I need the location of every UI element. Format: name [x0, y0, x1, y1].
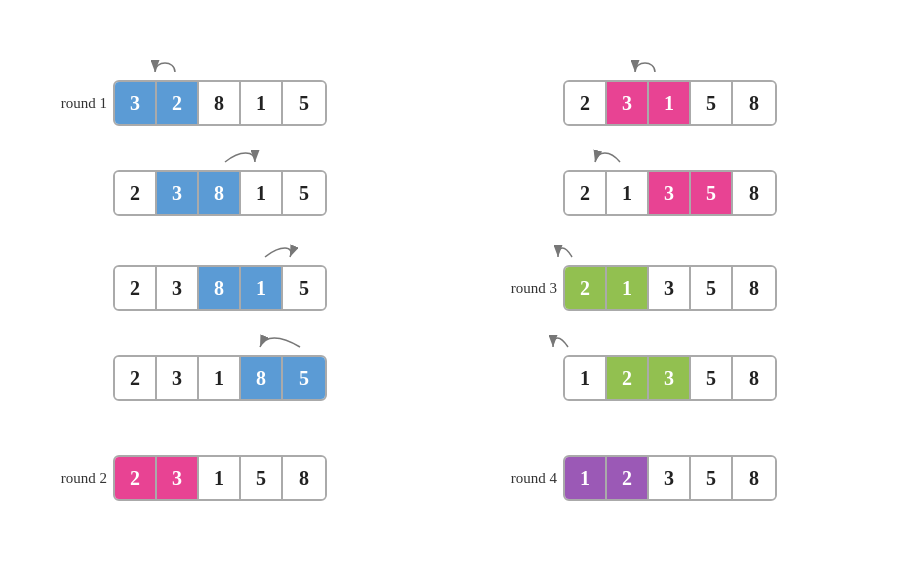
right-r5-cell-2: 3 [649, 457, 691, 499]
left-r1-cell-2: 8 [199, 82, 241, 124]
arrow-r1 [635, 63, 655, 72]
left-r1-cell-1: 2 [157, 82, 199, 124]
right-r4-cell-1: 2 [607, 357, 649, 399]
left-r3-cell-3: 1 [241, 267, 283, 309]
left-r5-label: round 2 [55, 470, 107, 487]
right-r2-cells: 21358 [563, 170, 777, 216]
left-r4: 23185 [55, 355, 327, 401]
right-r2-cell-4: 8 [733, 172, 775, 214]
left-r1: round 132815 [55, 80, 327, 126]
right-r4: 12358 [505, 355, 777, 401]
left-r4-cells: 23185 [113, 355, 327, 401]
diagram: round 132815238152381523185round 2231582… [0, 0, 900, 562]
right-r1-cells: 23158 [563, 80, 777, 126]
right-r5-label: round 4 [505, 470, 557, 487]
left-r1-cell-3: 1 [241, 82, 283, 124]
right-r3: round 321358 [505, 265, 777, 311]
right-r4-cell-4: 8 [733, 357, 775, 399]
right-r1-cell-4: 8 [733, 82, 775, 124]
arrow-r3 [558, 248, 572, 257]
right-r5-cell-4: 8 [733, 457, 775, 499]
right-r3-cell-2: 3 [649, 267, 691, 309]
left-r5-cells: 23158 [113, 455, 327, 501]
left-r4-cell-0: 2 [115, 357, 157, 399]
right-r4-cell-0: 1 [565, 357, 607, 399]
right-r4-cells: 12358 [563, 355, 777, 401]
left-r3-cell-4: 5 [283, 267, 325, 309]
right-r2-cell-2: 3 [649, 172, 691, 214]
left-r3-cell-2: 8 [199, 267, 241, 309]
right-r4-cell-3: 5 [691, 357, 733, 399]
left-r3-cell-0: 2 [115, 267, 157, 309]
left-r1-label: round 1 [55, 95, 107, 112]
right-r1-cell-3: 5 [691, 82, 733, 124]
left-r5-cell-4: 8 [283, 457, 325, 499]
left-r2-cell-2: 8 [199, 172, 241, 214]
right-r2-cell-3: 5 [691, 172, 733, 214]
left-r3-cell-1: 3 [157, 267, 199, 309]
right-r5-cell-3: 5 [691, 457, 733, 499]
left-r2-cells: 23815 [113, 170, 327, 216]
left-r2-cell-4: 5 [283, 172, 325, 214]
right-r3-cell-3: 5 [691, 267, 733, 309]
left-r1-cells: 32815 [113, 80, 327, 126]
right-r3-cell-4: 8 [733, 267, 775, 309]
left-r3-cells: 23815 [113, 265, 327, 311]
left-r2-cell-3: 1 [241, 172, 283, 214]
right-r2-cell-0: 2 [565, 172, 607, 214]
left-r4-cell-1: 3 [157, 357, 199, 399]
left-r4-cell-2: 1 [199, 357, 241, 399]
right-r1: 23158 [505, 80, 777, 126]
right-r5-cell-0: 1 [565, 457, 607, 499]
left-r5-cell-1: 3 [157, 457, 199, 499]
left-r1-cell-4: 5 [283, 82, 325, 124]
right-r3-cell-1: 1 [607, 267, 649, 309]
left-r2-cell-1: 3 [157, 172, 199, 214]
left-r5: round 223158 [55, 455, 327, 501]
right-r1-cell-2: 1 [649, 82, 691, 124]
right-r4-cell-2: 3 [649, 357, 691, 399]
right-r1-cell-1: 3 [607, 82, 649, 124]
arrow-r2 [595, 153, 620, 162]
arrow-r4 [553, 338, 568, 347]
left-r2-cell-0: 2 [115, 172, 157, 214]
left-r2: 23815 [55, 170, 327, 216]
arrow-l1 [155, 63, 175, 72]
arrow-l2 [225, 153, 255, 162]
left-r1-cell-0: 3 [115, 82, 157, 124]
right-r5: round 412358 [505, 455, 777, 501]
arrow-l3 [265, 248, 291, 257]
left-r5-cell-3: 5 [241, 457, 283, 499]
right-r5-cell-1: 2 [607, 457, 649, 499]
left-r5-cell-0: 2 [115, 457, 157, 499]
right-r3-cell-0: 2 [565, 267, 607, 309]
left-r3: 23815 [55, 265, 327, 311]
left-r4-cell-3: 8 [241, 357, 283, 399]
right-r3-label: round 3 [505, 280, 557, 297]
arrow-l4 [260, 338, 300, 347]
left-r4-cell-4: 5 [283, 357, 325, 399]
right-r2-cell-1: 1 [607, 172, 649, 214]
right-r2: 21358 [505, 170, 777, 216]
right-r3-cells: 21358 [563, 265, 777, 311]
right-r1-cell-0: 2 [565, 82, 607, 124]
right-r5-cells: 12358 [563, 455, 777, 501]
left-r5-cell-2: 1 [199, 457, 241, 499]
